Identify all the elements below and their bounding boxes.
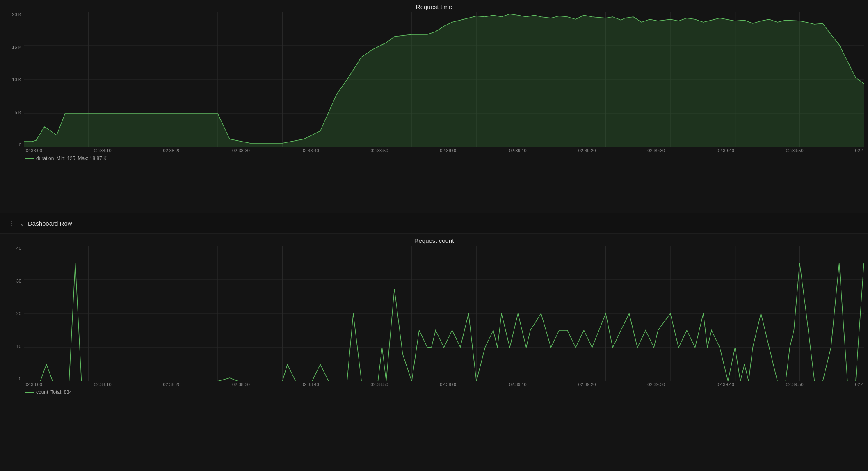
request-count-panel: Request count 40 30 20 10 0 xyxy=(0,234,868,471)
chart2-y-axis: 40 30 20 10 0 xyxy=(0,246,24,381)
dashboard-row-header[interactable]: ⋮ ⌄ Dashboard Row xyxy=(0,213,868,234)
y-label: 20 xyxy=(16,311,21,316)
legend-label: duration xyxy=(36,155,54,161)
y-label: 0 xyxy=(19,142,21,147)
chart2-svg xyxy=(24,246,864,381)
legend-max: Max: 18.87 K xyxy=(78,155,107,161)
legend-label: count xyxy=(36,389,48,395)
chart2-x-axis: 02:38:00 02:38:10 02:38:20 02:38:30 02:3… xyxy=(0,382,868,387)
legend-min: Min: 125 xyxy=(56,155,75,161)
y-label: 20 K xyxy=(12,12,21,17)
y-label: 5 K xyxy=(14,110,21,115)
chart1-svg xyxy=(24,12,864,147)
chart2-title: Request count xyxy=(0,237,868,244)
y-label: 40 xyxy=(16,246,21,251)
chart2-legend: count Total: 834 xyxy=(0,389,868,395)
dashboard-row-title: Dashboard Row xyxy=(28,220,72,227)
chevron-down-icon[interactable]: ⌄ xyxy=(20,220,25,227)
chart1-y-axis: 20 K 15 K 10 K 5 K 0 xyxy=(0,12,24,147)
request-time-panel: Request time 20 K 15 K 10 K 5 K 0 xyxy=(0,0,868,213)
drag-handle-icon[interactable]: ⋮ xyxy=(7,219,16,227)
legend-line-icon xyxy=(25,158,34,159)
y-label: 10 K xyxy=(12,77,21,82)
chart1-x-axis: 02:38:00 02:38:10 02:38:20 02:38:30 02:3… xyxy=(0,148,868,153)
y-label: 15 K xyxy=(12,45,21,50)
y-label: 30 xyxy=(16,279,21,284)
y-label: 10 xyxy=(16,344,21,349)
page: Request time 20 K 15 K 10 K 5 K 0 xyxy=(0,0,868,471)
legend-total: Total: 834 xyxy=(50,389,72,395)
chart1-title: Request time xyxy=(0,3,868,10)
chart1-legend: duration Min: 125 Max: 18.87 K xyxy=(0,155,868,161)
legend-line-icon xyxy=(25,392,34,393)
y-label: 0 xyxy=(19,376,21,381)
